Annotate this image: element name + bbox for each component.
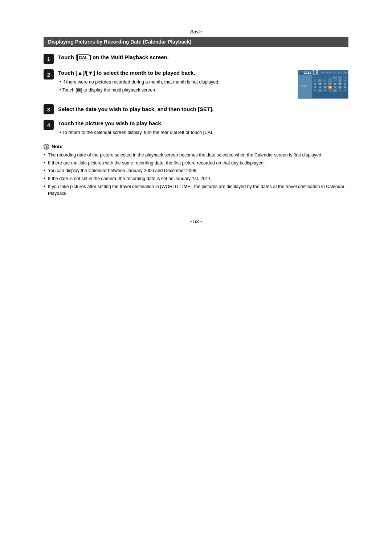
cal-cell (328, 76, 332, 79)
step-1-title-after: ] on the Multi Playback screen. (89, 54, 169, 60)
cal-cell: 8 (332, 79, 337, 82)
cal-cell: 19 (318, 86, 322, 89)
note-icon: ◎ (44, 144, 49, 150)
cal-days-header-thu: THU (344, 72, 348, 74)
note-section: ◎ Note The recording date of the picture… (44, 144, 348, 197)
cal-year: 2011 (304, 71, 311, 74)
section-header: Displaying Pictures by Recording Date (C… (44, 37, 348, 47)
cal-cell (323, 76, 327, 79)
cal-cell: 18 (313, 86, 317, 89)
cal-top-bar: 📷 2011 12 SUN MON TUE WED THU FRI SAT (298, 70, 348, 75)
cal-cell: 14 (328, 82, 332, 85)
cal-cell-highlight: 21 (328, 86, 332, 89)
step-4-number: 4 (44, 120, 54, 130)
cal-cell: 7 (328, 79, 332, 82)
cal-days-header-mon: MON (326, 72, 331, 74)
cal-week-4: 18 19 20 21 22 23 24 (313, 86, 347, 89)
cal-icon-left: 📷 (299, 71, 303, 74)
step-2-title: Touch [▲]/[▼] to select the month to be … (58, 69, 292, 77)
cal-week-3: 11 12 13 14 15 16 17 (313, 82, 347, 85)
step-2-text-block: Touch [▲]/[▼] to select the month to be … (58, 69, 292, 95)
cal-cell: 30 (338, 89, 342, 92)
cal-cell: 1 (332, 76, 337, 79)
calendar-image: 📷 2011 12 SUN MON TUE WED THU FRI SAT (298, 70, 348, 99)
note-item-5: If you take pictures after setting the t… (44, 183, 348, 197)
page-container: Basic Displaying Pictures by Recording D… (0, 0, 392, 554)
step-2-sub1: If there were no pictures recorded durin… (60, 79, 292, 86)
cal-week-5: 25 26 27 28 29 30 31 (313, 89, 347, 92)
basic-label: Basic (44, 29, 348, 34)
cal-thumb: ☞ (298, 75, 312, 98)
cal-cell: 16 (338, 82, 342, 85)
step-1-title: Touch [CAL] on the Multi Playback screen… (58, 53, 348, 61)
cal-grid-wrapper: 1 2 3 4 5 6 7 8 9 10 (312, 75, 348, 98)
note-item-4: If the date is not set in the camera, th… (44, 175, 348, 182)
step-2-number: 2 (44, 69, 54, 80)
cal-cell: 2 (338, 76, 342, 79)
step-4-content: Touch the picture you wish to play back.… (58, 119, 348, 137)
cal-week-2: 4 5 6 7 8 9 10 (313, 79, 347, 82)
cal-cell: 3 (343, 76, 347, 79)
cal-cell: 22 (332, 86, 337, 89)
cal-cell: 13 (323, 82, 327, 85)
step-2-sub2: Touch [⊠] to display the multi playback … (60, 87, 292, 94)
cal-cell: 11 (313, 82, 317, 85)
step-1-key: CAL (77, 54, 89, 61)
note-item-3: You can display the Calendar between Jan… (44, 167, 348, 174)
step-3-row: 3 Select the date you wish to play back,… (44, 104, 348, 114)
step-4-title: Touch the picture you wish to play back. (58, 119, 348, 127)
cal-cell: 20 (323, 86, 327, 89)
cal-cell: 15 (332, 82, 337, 85)
step-2-row: 2 Touch [▲]/[▼] to select the month to b… (44, 69, 348, 99)
step-1-number: 1 (44, 54, 54, 64)
cal-cell: 12 (318, 82, 322, 85)
page-number: - 53 - (44, 219, 348, 224)
cal-cell: 23 (338, 86, 342, 89)
cal-cell: 26 (318, 89, 322, 92)
step-3-title: Select the date you wish to play back, a… (58, 106, 213, 112)
cal-cell: 28 (328, 89, 332, 92)
cal-body: ☞ 1 2 3 (298, 75, 348, 98)
note-item-2: If there are multiple pictures with the … (44, 160, 348, 167)
cal-week-1: 1 2 3 (313, 76, 347, 79)
cal-bottom: ⊡ ⊛ SET (298, 98, 348, 99)
cal-cell: 27 (323, 89, 327, 92)
cal-cell: 4 (313, 79, 317, 82)
cal-cell: 10 (343, 79, 347, 82)
note-item-1: The recording date of the picture select… (44, 152, 348, 159)
cal-cell (313, 76, 317, 79)
step-1-title-before: Touch [ (58, 54, 77, 60)
step-1-row: 1 Touch [CAL] on the Multi Playback scre… (44, 53, 348, 64)
note-label: Note (52, 144, 62, 149)
step-3-number: 3 (44, 104, 54, 114)
cal-cell: 31 (343, 89, 347, 92)
step-1-content: Touch [CAL] on the Multi Playback screen… (58, 53, 348, 63)
step-2-content: Touch [▲]/[▼] to select the month to be … (58, 69, 348, 99)
note-header: ◎ Note (44, 144, 348, 150)
cal-cell: 17 (343, 82, 347, 85)
cal-cell: 5 (318, 79, 322, 82)
cal-days-header-sun: SUN (321, 72, 325, 74)
cal-days-header-wed: WED (338, 72, 342, 74)
step-4-row: 4 Touch the picture you wish to play bac… (44, 119, 348, 137)
cal-cell: 6 (323, 79, 327, 82)
cal-key-inline: CAL (204, 130, 213, 135)
step-4-sub1: To return to the calendar screen display… (60, 129, 348, 136)
cal-cell: 25 (313, 89, 317, 92)
cal-cell: 29 (332, 89, 337, 92)
cal-cell: 9 (338, 79, 342, 82)
step-2-main-row: Touch [▲]/[▼] to select the month to be … (58, 69, 348, 99)
cal-cell (318, 76, 322, 79)
cal-cell: 24 (343, 86, 347, 89)
hand-icon: ☞ (302, 83, 308, 91)
cal-month: 12 (312, 70, 319, 76)
cal-days-header-tue: TUE (332, 72, 336, 74)
cal-set-button: ⊛ SET (338, 99, 347, 99)
